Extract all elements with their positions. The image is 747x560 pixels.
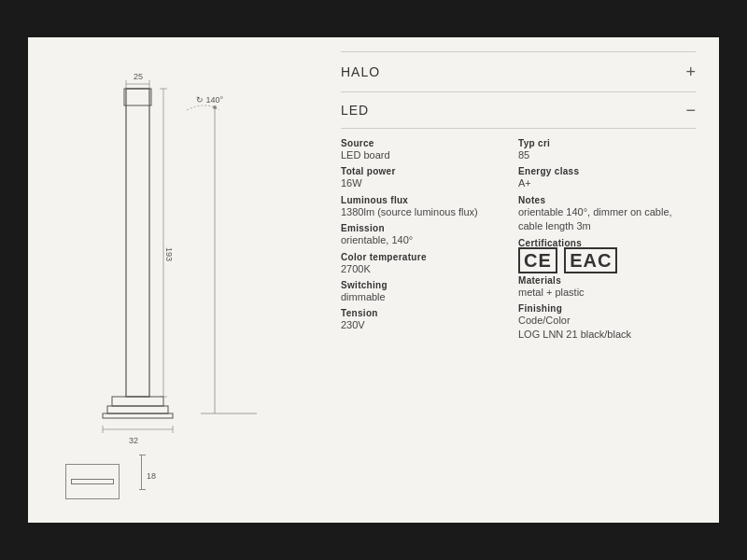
spec-source: Source LED board: [341, 136, 518, 164]
notes-label: Notes: [518, 195, 696, 205]
halo-expand-icon[interactable]: +: [685, 63, 696, 80]
spec-typ-cri: Typ cri 85: [518, 136, 696, 164]
thumbnail-view[interactable]: [65, 464, 120, 499]
spec-certifications: Certifications CE EAC: [518, 236, 696, 273]
lamp-diagram: 25 ↻ 140° 193: [56, 56, 327, 457]
svg-text:32: 32: [129, 436, 138, 445]
spec-luminous-flux: Luminous flux 1380lm (source luminous fl…: [341, 193, 518, 221]
svg-rect-6: [124, 89, 151, 105]
halo-section-header[interactable]: HALO +: [341, 51, 696, 92]
spec-emission: Emission orientable, 140°: [341, 221, 518, 249]
svg-rect-5: [126, 89, 149, 397]
svg-rect-9: [103, 413, 173, 418]
spec-materials: Materials metal + plastic: [518, 273, 696, 301]
spec-finishing: Finishing Code/Color LOG LNN 21 black/bl…: [518, 301, 696, 344]
spec-tension: Tension 230V: [341, 306, 518, 334]
spec-total-power: Total power 16W: [341, 164, 518, 192]
led-title: LED: [341, 103, 369, 118]
specs-grid: Source LED board Total power 16W Luminou…: [341, 136, 696, 509]
led-collapse-icon[interactable]: −: [685, 102, 696, 119]
svg-rect-7: [112, 397, 163, 406]
base-height-dim: 18: [147, 471, 156, 481]
spec-energy-class: Energy class A+: [518, 164, 696, 192]
svg-text:25: 25: [134, 72, 143, 81]
halo-title: HALO: [341, 64, 380, 79]
svg-text:193: 193: [164, 247, 174, 261]
drawing-area: 25 ↻ 140° 193: [56, 56, 308, 504]
spec-color-temp: Color temperature 2700K: [341, 250, 518, 278]
spec-switching: Switching dimmable: [341, 278, 518, 306]
tension-label: Tension: [341, 308, 518, 318]
spec-notes: Notes orientable 140°, dimmer on cable, …: [518, 193, 696, 236]
svg-rect-8: [107, 406, 168, 413]
switching-label: Switching: [341, 280, 518, 290]
specs-left-col: Source LED board Total power 16W Luminou…: [341, 136, 518, 509]
led-section-header[interactable]: LED −: [341, 92, 696, 129]
left-panel: 25 ↻ 140° 193: [28, 37, 327, 523]
specs-right-col: Typ cri 85 Energy class A+ Notes orienta…: [518, 136, 696, 509]
right-panel: HALO + LED − Source LED board Total powe…: [327, 37, 719, 523]
svg-text:↻ 140°: ↻ 140°: [196, 95, 224, 105]
ce-eac-badge: CE EAC: [518, 250, 696, 272]
main-card: 25 ↻ 140° 193: [28, 37, 719, 523]
svg-point-15: [213, 105, 217, 109]
